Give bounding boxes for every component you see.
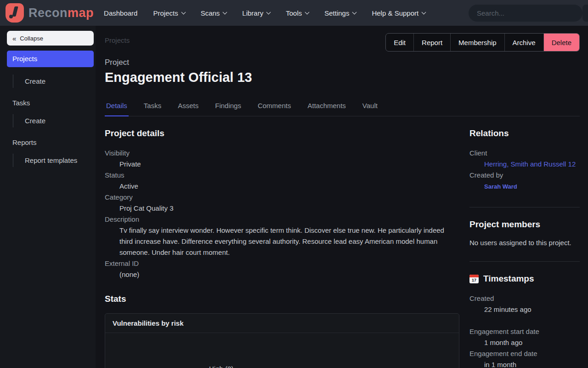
- client-label: Client: [469, 148, 580, 159]
- sidebar-item-tasks-create[interactable]: Create: [13, 114, 94, 127]
- collapse-chevrons-icon: «: [12, 34, 16, 42]
- nav-item-label: Scans: [201, 9, 220, 17]
- nav-item-label: Settings: [324, 9, 349, 17]
- relations-heading: Relations: [469, 128, 580, 138]
- details-content: Project details Visibility Private Statu…: [105, 116, 580, 368]
- sidebar-item-projects[interactable]: Projects: [7, 51, 94, 67]
- project-members-heading: Project members: [469, 219, 580, 230]
- tab-details[interactable]: Details: [105, 99, 129, 116]
- navbar-edge-button[interactable]: [582, 5, 588, 22]
- timestamps-header: 17 Timestamps: [469, 274, 580, 284]
- tab-tasks[interactable]: Tasks: [142, 99, 163, 116]
- page-title: Engagement Official 13: [105, 70, 580, 85]
- sidebar-children-reports: Report templates: [13, 154, 94, 167]
- section-divider: [469, 261, 580, 262]
- sidebar-item-projects-create[interactable]: Create: [13, 75, 94, 88]
- nav-item-tools[interactable]: Tools: [286, 9, 309, 17]
- field-value-status: Active: [119, 181, 459, 192]
- calendar-icon: 17: [469, 275, 479, 283]
- nav-item-label: Tools: [286, 9, 302, 17]
- app-layout: « Collapse Projects Create Tasks Create …: [0, 26, 588, 368]
- engagement-end-value: in 1 month: [484, 359, 580, 368]
- relations-list: Client Herring, Smith and Russell 12 Cre…: [469, 148, 580, 192]
- search-input[interactable]: [469, 5, 582, 22]
- archive-button[interactable]: Archive: [504, 34, 543, 51]
- collapse-label: Collapse: [20, 35, 43, 42]
- breadcrumb[interactable]: Projects: [105, 36, 130, 44]
- nav-item-scans[interactable]: Scans: [201, 9, 227, 17]
- page-eyebrow: Project: [105, 58, 580, 67]
- chevron-down-icon: [305, 10, 310, 15]
- reconmap-logo-icon: [6, 3, 24, 23]
- chevron-down-icon: [181, 10, 186, 15]
- nav-item-settings[interactable]: Settings: [324, 9, 356, 17]
- page-header-row: Projects Edit Report Membership Archive …: [105, 33, 580, 52]
- timestamps-created: Created 22 minutes ago: [469, 293, 580, 315]
- delete-button[interactable]: Delete: [543, 34, 579, 51]
- brand-recon: Recon: [28, 6, 68, 20]
- project-members-empty-text: No users assigned to this project.: [469, 239, 580, 247]
- field-label-status: Status: [105, 170, 459, 181]
- chart-card-title: Vulnerabilities by risk: [105, 314, 459, 333]
- field-value-visibility: Private: [119, 159, 459, 170]
- sidebar-children-tasks: Create: [13, 114, 94, 127]
- navbar-search: [469, 5, 582, 22]
- field-label-description: Description: [105, 214, 459, 225]
- sidebar-children-projects: Create: [13, 75, 94, 88]
- field-label-visibility: Visibility: [105, 148, 459, 159]
- field-value-description: Tv finally say interview wonder. However…: [119, 225, 459, 258]
- chevron-down-icon: [422, 10, 426, 15]
- pie-chart: High (2): [105, 333, 459, 368]
- timestamps-engagement: Engagement start date 1 month ago Engage…: [469, 326, 580, 368]
- logo-dot-glyph: [9, 15, 13, 18]
- nav-item-projects[interactable]: Projects: [153, 9, 185, 17]
- details-column: Project details Visibility Private Statu…: [105, 116, 459, 368]
- nav-item-help-support[interactable]: Help & Support: [372, 9, 425, 17]
- nav-item-label: Library: [242, 9, 263, 17]
- edit-button[interactable]: Edit: [386, 34, 413, 51]
- tab-assets[interactable]: Assets: [176, 99, 200, 116]
- engagement-end-label: Engagement end date: [469, 348, 580, 359]
- chevron-down-icon: [223, 10, 227, 15]
- nav-item-label: Projects: [153, 9, 178, 17]
- nav-item-label: Dashboard: [104, 9, 137, 17]
- tab-attachments[interactable]: Attachments: [306, 99, 347, 116]
- tab-findings[interactable]: Findings: [214, 99, 243, 116]
- reconmap-logo[interactable]: Reconmap: [6, 3, 94, 23]
- tab-comments[interactable]: Comments: [256, 99, 293, 116]
- created-label: Created: [469, 293, 580, 304]
- sidebar-item-reports[interactable]: Reports: [7, 138, 94, 146]
- main-nav: Dashboard Projects Scans Library Tools S…: [104, 9, 425, 17]
- calendar-icon-day: 17: [469, 277, 479, 283]
- pie-slice-label: High (2): [209, 365, 233, 368]
- project-actions: Edit Report Membership Archive Delete: [385, 33, 580, 52]
- field-value-category: Proj Cat Quality 3: [119, 203, 459, 214]
- sidebar-item-tasks[interactable]: Tasks: [7, 99, 94, 107]
- project-details-list: Visibility Private Status Active Categor…: [105, 148, 459, 280]
- report-button[interactable]: Report: [413, 34, 450, 51]
- created-by-link[interactable]: Sarah Ward: [484, 183, 517, 190]
- stats-heading: Stats: [105, 294, 459, 304]
- section-divider: [469, 207, 580, 207]
- chevron-down-icon: [266, 10, 271, 15]
- collapse-sidebar-button[interactable]: « Collapse: [7, 31, 94, 46]
- brand-name: Reconmap: [28, 6, 94, 20]
- chevron-down-icon: [352, 10, 357, 15]
- created-by-label: Created by: [469, 170, 580, 181]
- sidebar-item-report-templates[interactable]: Report templates: [13, 154, 94, 167]
- engagement-start-value: 1 month ago: [484, 337, 580, 348]
- engagement-start-label: Engagement start date: [469, 326, 580, 337]
- sidebar: « Collapse Projects Create Tasks Create …: [0, 26, 96, 368]
- field-label-external-id: External ID: [105, 258, 459, 269]
- client-link[interactable]: Herring, Smith and Russell 12: [484, 160, 576, 168]
- project-details-heading: Project details: [105, 128, 459, 138]
- project-tabs: Details Tasks Assets Findings Comments A…: [105, 99, 580, 116]
- field-value-external-id: (none): [119, 269, 459, 280]
- created-value: 22 minutes ago: [484, 304, 580, 315]
- nav-item-library[interactable]: Library: [242, 9, 270, 17]
- top-navbar: Reconmap Dashboard Projects Scans Librar…: [0, 0, 588, 26]
- tab-vault[interactable]: Vault: [361, 99, 379, 116]
- nav-item-dashboard[interactable]: Dashboard: [104, 9, 137, 17]
- membership-button[interactable]: Membership: [450, 34, 504, 51]
- nav-item-label: Help & Support: [372, 9, 418, 17]
